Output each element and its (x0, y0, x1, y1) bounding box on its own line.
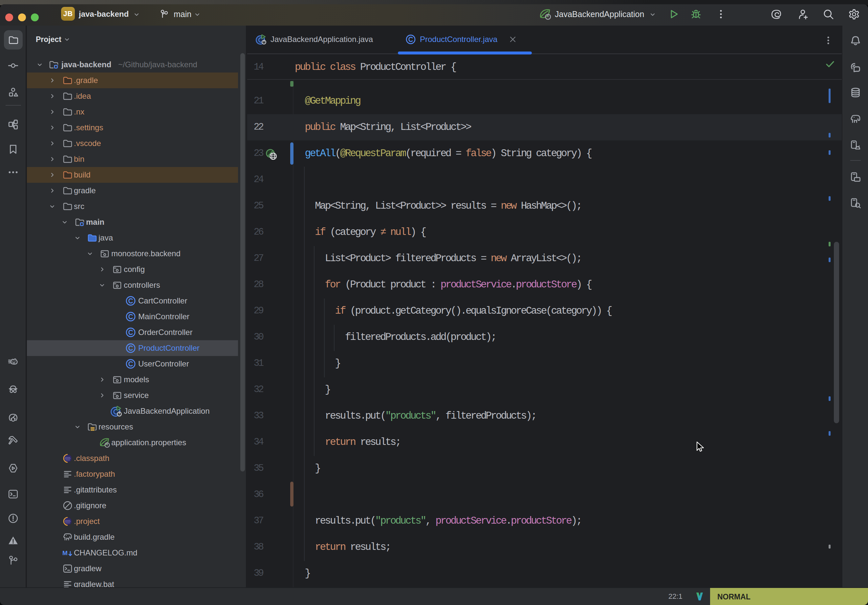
svg-text:M: M (62, 549, 68, 557)
